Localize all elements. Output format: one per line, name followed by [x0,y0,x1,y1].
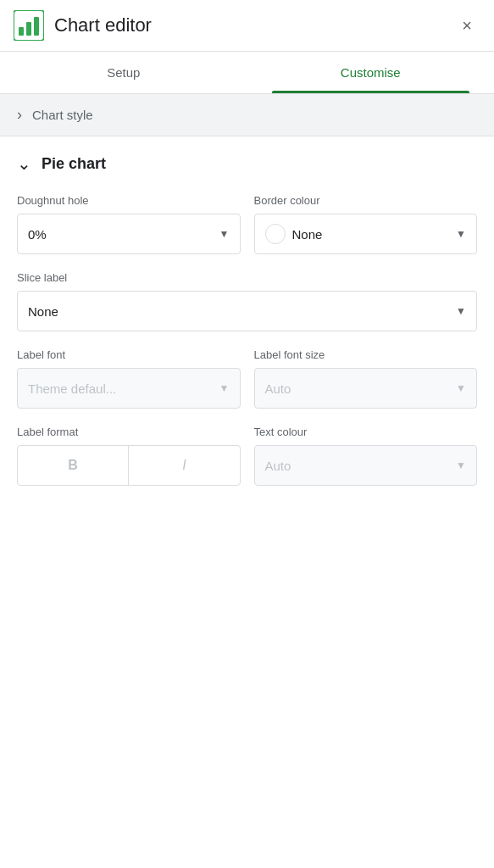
label-format-group: Label format B I [17,426,241,486]
label-font-size-arrow: ▼ [456,382,466,394]
row-font: Label font Theme defaul... ▼ Label font … [17,348,477,409]
text-colour-group: Text colour Auto ▼ [254,426,478,486]
section-header[interactable]: ⌄ Pie chart [17,153,477,174]
chevron-down-icon: ⌄ [17,153,31,174]
pie-chart-section: ⌄ Pie chart Doughnut hole 0% ▼ Border co… [0,136,494,511]
label-font-label: Label font [17,348,241,361]
border-colour-group: Border colour None ▼ [254,194,478,254]
text-colour-value: Auto [265,459,450,473]
doughnut-hole-arrow: ▼ [219,228,230,240]
label-font-size-group: Label font size Auto ▼ [254,348,478,409]
header: Chart editor × [0,0,494,52]
text-colour-label: Text colour [254,426,478,438]
label-font-arrow: ▼ [219,382,230,394]
slice-label-arrow: ▼ [456,305,466,317]
row-doughnut-border: Doughnut hole 0% ▼ Border colour None ▼ [17,194,477,254]
border-colour-circle [265,224,286,244]
section-title: Pie chart [42,155,106,173]
slice-label-label: Slice label [17,271,477,284]
chart-editor-icon [14,10,44,41]
doughnut-hole-group: Doughnut hole 0% ▼ [17,194,241,254]
row-format-colour: Label format B I Text colour Auto ▼ [17,426,477,486]
label-font-size-value: Auto [265,381,450,396]
close-button[interactable]: × [453,12,480,39]
slice-label-value: None [28,304,449,319]
label-font-value: Theme defaul... [28,381,213,396]
border-colour-select[interactable]: None ▼ [254,214,478,254]
chart-style-label: Chart style [32,108,93,122]
row-slice-label: Slice label None ▼ [17,271,477,331]
border-colour-label: Border colour [254,194,478,207]
tab-setup[interactable]: Setup [0,52,247,93]
slice-label-select[interactable]: None ▼ [17,291,477,331]
label-format-label: Label format [17,426,241,438]
svg-rect-2 [26,22,31,36]
tabs-container: Setup Customise [0,52,494,94]
doughnut-hole-value: 0% [28,227,213,242]
chevron-right-icon: › [17,106,22,124]
chart-style-row[interactable]: › Chart style [0,94,494,136]
label-font-size-select[interactable]: Auto ▼ [254,368,478,409]
doughnut-hole-label: Doughnut hole [17,194,241,207]
border-colour-value: None [292,227,450,242]
border-colour-arrow: ▼ [456,228,466,240]
label-font-group: Label font Theme defaul... ▼ [17,348,241,409]
doughnut-hole-select[interactable]: 0% ▼ [17,214,241,254]
bold-button[interactable]: B [18,446,129,485]
svg-rect-3 [34,17,39,36]
tab-customise[interactable]: Customise [247,52,495,93]
text-colour-arrow: ▼ [456,459,466,471]
text-colour-select[interactable]: Auto ▼ [254,445,478,486]
header-title: Chart editor [54,14,453,36]
label-font-select[interactable]: Theme defaul... ▼ [17,368,241,409]
italic-button[interactable]: I [129,446,239,485]
label-font-size-label: Label font size [254,348,478,361]
svg-rect-1 [19,27,24,36]
format-buttons: B I [17,445,241,486]
slice-label-group: Slice label None ▼ [17,271,477,331]
